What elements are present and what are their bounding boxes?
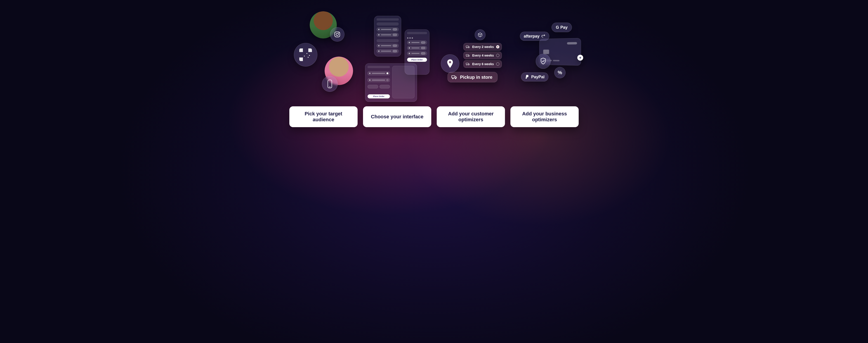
place-order-button-phone: Place Order (407, 58, 427, 62)
label-card-4-text: Add your business optimizers (515, 111, 574, 123)
package-icon (475, 29, 486, 40)
gpay-g: G (556, 25, 559, 30)
labels-row: Pick your target audience Choose your in… (258, 106, 610, 127)
mock-phone-1 (374, 16, 401, 57)
frequency-option-2-label: Every 4 weeks (472, 54, 494, 57)
svg-point-1 (336, 33, 339, 36)
pickup-in-store-pill: Pickup in store (447, 72, 498, 82)
svg-rect-5 (466, 46, 468, 48)
radio-checked-icon (496, 45, 499, 49)
svg-point-2 (338, 33, 339, 33)
label-card-2-text: Choose your interface (371, 114, 423, 120)
phone-icon (322, 76, 338, 92)
frequency-option-3-label: Every 6 weeks (472, 62, 494, 66)
frequency-option-1-label: Every 2 weeks (472, 45, 494, 49)
qr-code-icon (294, 43, 317, 66)
svg-point-16 (452, 78, 453, 79)
mock-desktop: Place Order (365, 63, 417, 102)
svg-rect-8 (466, 55, 468, 56)
label-card-1-text: Pick your target audience (294, 111, 352, 123)
svg-point-9 (467, 56, 467, 57)
cluster-business-optimizers: G Pay afterpay + % (513, 13, 585, 88)
svg-point-12 (467, 64, 467, 65)
location-pin-icon (441, 54, 459, 73)
radio-unchecked-icon (496, 62, 499, 66)
truck-icon (452, 75, 457, 79)
gpay-pay: Pay (560, 25, 567, 30)
cluster-customer-optimizers: Every 2 weeks Every 4 weeks Every 6 week… (438, 27, 511, 90)
marketing-feature-stage: Place Order Place Order (258, 0, 610, 140)
frequency-option-3: Every 6 weeks (463, 60, 502, 68)
frequency-option-1: Every 2 weeks (463, 43, 502, 51)
label-card-3[interactable]: Add your customer optimizers (437, 106, 505, 127)
svg-rect-11 (466, 63, 468, 65)
truck-icon (466, 45, 470, 49)
cluster-interface: Place Order Place Order (362, 9, 434, 102)
cluster-audience (291, 7, 360, 97)
pickup-in-store-label: Pickup in store (460, 75, 492, 80)
svg-point-7 (468, 47, 469, 48)
frequency-option-2: Every 4 weeks (463, 52, 502, 59)
svg-point-17 (455, 78, 456, 79)
shield-check-icon (536, 54, 551, 69)
label-card-2[interactable]: Choose your interface (363, 106, 431, 127)
truck-icon (466, 54, 470, 57)
label-card-4[interactable]: Add your business optimizers (510, 106, 579, 127)
plus-icon: + (577, 55, 583, 61)
place-order-button-desktop: Place Order (368, 94, 390, 98)
svg-rect-15 (452, 76, 455, 78)
paypal-icon (525, 75, 529, 79)
percent-icon: % (554, 67, 565, 78)
label-card-1[interactable]: Pick your target audience (289, 106, 358, 127)
afterpay-label: afterpay (524, 34, 539, 39)
paypal-pill: PayPal (521, 73, 548, 82)
svg-point-10 (468, 56, 469, 57)
instagram-icon (330, 27, 344, 41)
truck-icon (466, 62, 470, 66)
radio-unchecked-icon (496, 54, 499, 57)
label-card-3-text: Add your customer optimizers (442, 111, 500, 123)
paypal-label: PayPal (531, 75, 545, 79)
google-pay-pill: G Pay (552, 23, 572, 32)
svg-point-6 (467, 47, 467, 48)
afterpay-loop-icon (541, 34, 546, 38)
svg-point-13 (468, 64, 469, 65)
svg-point-14 (449, 61, 451, 63)
